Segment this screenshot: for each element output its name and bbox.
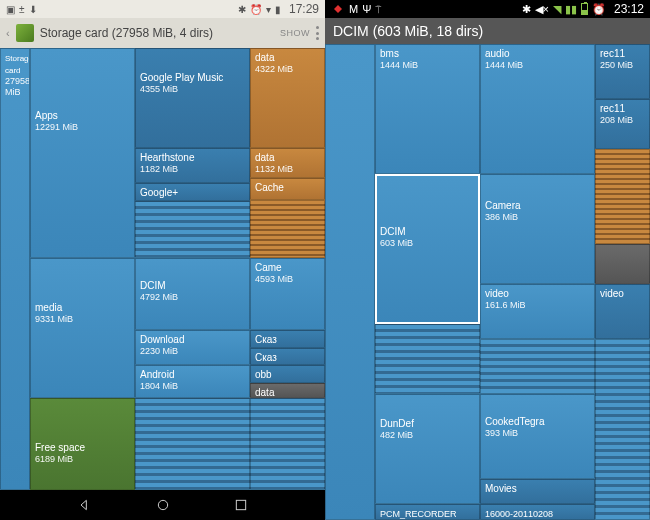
block-rest-clip[interactable] <box>595 339 650 520</box>
block-videor[interactable]: video <box>595 284 650 339</box>
svg-rect-1 <box>236 500 245 509</box>
actionbar-title: Storage card (27958 MiB, 4 dirs) <box>40 26 274 40</box>
bluetooth-icon: ✱ <box>522 3 531 16</box>
statusbar-right: M Ψ ⍑ ✱ ◀× ◥ ▮▮ ⏰ 23:12 <box>325 0 650 18</box>
bluetooth-icon: ✱ <box>238 4 246 15</box>
block-numdir[interactable]: 16000-20110208 <box>480 504 595 520</box>
block-free-space[interactable]: Free space 6189 MiB <box>30 398 135 490</box>
block-pcm[interactable]: PCM_RECORDER <box>375 504 480 520</box>
block-video[interactable]: video 161.6 MiB <box>480 284 595 339</box>
block-rest-right[interactable] <box>250 398 325 490</box>
block-bms[interactable]: bms 1444 MiB <box>375 44 480 174</box>
nav-home-button[interactable] <box>154 496 172 514</box>
block-rec1[interactable]: rec11 250 MiB <box>595 44 650 99</box>
block-dcim-right[interactable]: DCIM 603 MiB <box>375 174 480 324</box>
nav-recent-button[interactable] <box>232 496 250 514</box>
navbar <box>0 490 325 520</box>
block-media[interactable]: media 9331 MiB <box>30 258 135 398</box>
block-cache[interactable]: Cache <box>250 178 325 200</box>
device-left: ▣ ± ⬇ ✱ ⏰ ▾ ▮ 17:29 ‹ Storage card (2795… <box>0 0 325 520</box>
notif-icon: ▣ <box>6 4 15 15</box>
block-obb[interactable]: obb <box>250 365 325 383</box>
block-stripes-or[interactable] <box>250 200 325 258</box>
treemap-right[interactable]: bms 1444 MiB DCIM 603 MiB DunDef 482 MiB… <box>325 44 650 520</box>
block-download[interactable]: Download 2230 MiB <box>135 330 250 365</box>
usb-icon: Ψ <box>362 3 371 15</box>
download-icon: ⬇ <box>29 4 37 15</box>
block-google-plus[interactable]: Google+ <box>135 183 250 201</box>
block-media-rest[interactable] <box>135 398 250 490</box>
block-data-orange[interactable]: data 4322 MiB <box>250 48 325 148</box>
alarm-icon: ⏰ <box>250 4 262 15</box>
block-rec2[interactable]: rec11 208 MiB <box>595 99 650 149</box>
block-leftclip[interactable] <box>325 44 375 520</box>
block-gray-clip[interactable] <box>595 244 650 284</box>
block-misc-stripes[interactable] <box>135 201 250 258</box>
gmail-icon: M <box>349 3 358 15</box>
block-dundef[interactable]: DunDef 482 MiB <box>375 394 480 504</box>
block-data3[interactable]: data <box>250 383 325 398</box>
block-came[interactable]: Came 4593 MiB <box>250 258 325 330</box>
wifi-icon: ▾ <box>266 4 271 15</box>
block-data2[interactable]: data 1132 MiB <box>250 148 325 178</box>
bowtie-icon <box>331 5 345 13</box>
volume-icon: ◀× <box>535 3 549 16</box>
nav-back-button[interactable] <box>76 496 94 514</box>
back-icon[interactable]: ‹ <box>6 27 10 39</box>
alarm-icon: ⏰ <box>592 3 606 16</box>
block-cooked[interactable]: CookedTegra 393 MiB <box>480 394 595 479</box>
block-movies[interactable]: Movies <box>480 479 595 504</box>
statusbar-left: ▣ ± ⬇ ✱ ⏰ ▾ ▮ 17:29 <box>0 0 325 18</box>
block-gpm[interactable]: Google Play Music 4355 MiB <box>135 48 250 148</box>
block-video-stripes[interactable] <box>480 339 595 394</box>
titlebar-text: DCIM (603 MiB, 18 dirs) <box>333 23 483 39</box>
android-icon: ⍑ <box>375 3 382 15</box>
battery-icon: ▮ <box>275 4 281 15</box>
treemap-left[interactable]: Storage card 27958 MiB Apps 12291 MiB me… <box>0 48 325 490</box>
battery-icon <box>581 3 588 15</box>
block-apps[interactable]: Apps 12291 MiB <box>30 48 135 258</box>
wifi-icon: ◥ <box>553 3 561 16</box>
titlebar-right: DCIM (603 MiB, 18 dirs) <box>325 18 650 44</box>
show-button[interactable]: SHOW <box>280 28 310 38</box>
upload-icon: ± <box>19 4 25 15</box>
svg-point-0 <box>158 500 167 509</box>
block-skaz[interactable]: Сказ <box>250 330 325 348</box>
app-icon[interactable] <box>16 24 34 42</box>
block-orange-clip[interactable] <box>595 149 650 244</box>
status-time-left: 17:29 <box>289 2 319 16</box>
block-storage-card[interactable]: Storage card 27958 MiB <box>0 48 30 490</box>
block-camera[interactable]: Camera 386 MiB <box>480 174 595 284</box>
block-dcim-stripes[interactable] <box>375 324 480 394</box>
block-skaz2[interactable]: Сказ <box>250 348 325 365</box>
block-android[interactable]: Android 1804 MiB <box>135 365 250 398</box>
signal-icon: ▮▮ <box>565 3 577 16</box>
actionbar: ‹ Storage card (27958 MiB, 4 dirs) SHOW <box>0 18 325 48</box>
block-hearthstone[interactable]: Hearthstone 1182 MiB <box>135 148 250 183</box>
overflow-icon[interactable] <box>316 26 319 40</box>
block-dcim-left[interactable]: DCIM 4792 MiB <box>135 258 250 330</box>
status-time-right: 23:12 <box>614 2 644 16</box>
device-right: M Ψ ⍑ ✱ ◀× ◥ ▮▮ ⏰ 23:12 DCIM (603 MiB, 1… <box>325 0 650 520</box>
block-audio[interactable]: audio 1444 MiB <box>480 44 595 174</box>
